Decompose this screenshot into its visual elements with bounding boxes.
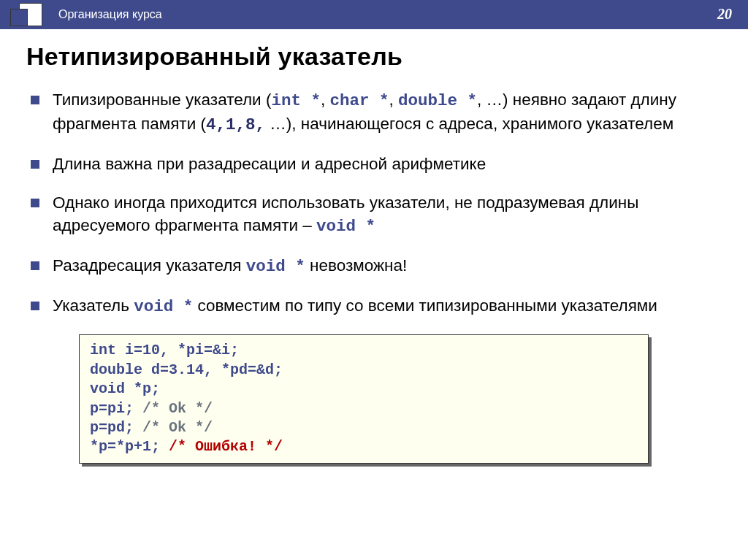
code-kw: double [90, 361, 142, 378]
breadcrumb: Организация курса [58, 8, 162, 21]
slide-title: Нетипизированный указатель [26, 42, 722, 71]
code-text: p=pi; [90, 400, 142, 417]
inline-code: int * [271, 91, 321, 110]
inline-code: void * [316, 217, 375, 236]
code-error-comment: /* Ошибка! */ [169, 438, 283, 455]
slide-header: Организация курса 20 [0, 0, 748, 29]
slide-body: Нетипизированный указатель Типизированны… [0, 29, 748, 471]
inline-code: void * [134, 297, 193, 316]
code-kw: void [90, 380, 125, 397]
bullet-item: Разадресация указателя void * невозможна… [53, 254, 722, 278]
code-text: i=10, *pi=&i; [116, 342, 239, 358]
text: …), начинающегося с адреса, хранимого ук… [265, 115, 673, 133]
code-block-container: int i=10, *pi=&i; double d=3.14, *pd=&d;… [79, 334, 649, 463]
code-text: *p; [125, 380, 160, 397]
code-kw: int [90, 342, 116, 358]
text: Разадресация указателя [53, 256, 246, 275]
inline-code: void * [246, 257, 305, 276]
text: совместим по типу со всеми типизированны… [193, 296, 657, 315]
code-text: d=3.14, *pd=&d; [142, 361, 283, 378]
bullet-item: Длина важна при разадресации и адресной … [53, 153, 722, 175]
text: Указатель [53, 296, 134, 315]
bullet-item: Указатель void * совместим по типу со вс… [53, 294, 722, 318]
text: , [321, 91, 330, 109]
bullet-list: Типизированные указатели (int *, char *,… [26, 88, 722, 318]
logo-icon [3, 0, 54, 29]
bullet-item: Типизированные указатели (int *, char *,… [53, 88, 722, 137]
text: , [389, 91, 398, 109]
text: невозможна! [305, 256, 407, 275]
code-text: p=pd; [90, 419, 142, 436]
inline-code: double * [398, 91, 477, 110]
code-comment: /* Ok */ [142, 419, 213, 436]
code-comment: /* Ok */ [142, 400, 213, 417]
code-block: int i=10, *pi=&i; double d=3.14, *pd=&d;… [79, 334, 649, 463]
inline-code: char * [329, 91, 389, 110]
code-text: *p=*p+1; [90, 438, 169, 455]
bullet-item: Однако иногда приходится использовать ук… [53, 191, 722, 238]
inline-code: 4,1,8, [206, 115, 265, 134]
page-number: 20 [717, 6, 732, 23]
text: Типизированные указатели ( [53, 91, 271, 109]
